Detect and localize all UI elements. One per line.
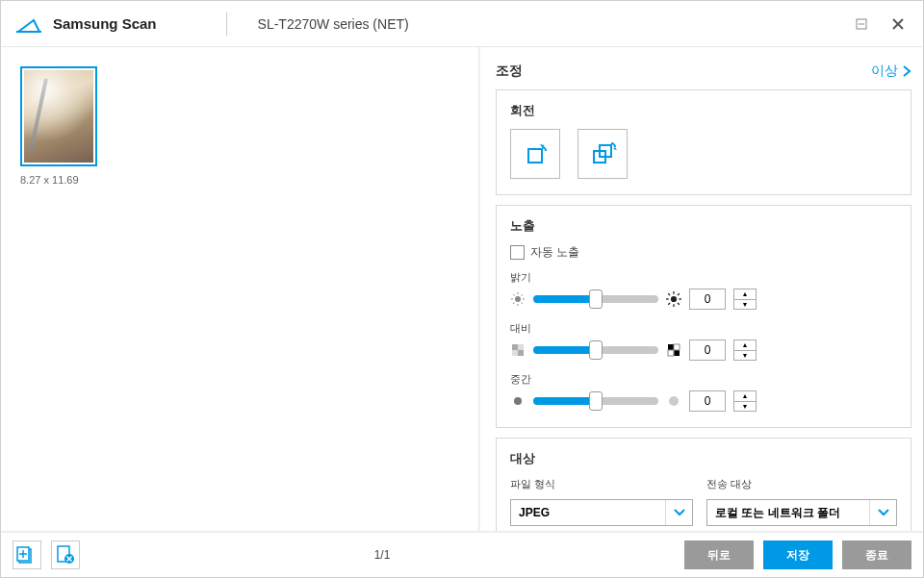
rotation-section: 회전 [496,89,911,195]
app-title: Samsung Scan [53,15,157,32]
panel-title: 조정 [496,63,523,80]
exposure-title: 노출 [510,217,897,235]
midtone-high-icon [666,393,681,409]
scanner-icon [16,14,43,34]
send-target-label: 전송 대상 [706,477,897,491]
auto-exposure-label: 자동 노출 [530,244,579,261]
more-link[interactable]: 이상 [871,63,911,80]
svg-line-22 [668,293,670,295]
device-model: SL-T2270W series (NET) [258,16,409,32]
chevron-down-icon [665,500,692,525]
brightness-high-icon [666,291,681,307]
destination-title: 대상 [510,450,897,467]
chevron-down-icon [869,500,896,525]
adjust-panel: 조정 이상 회전 노출 자동 노출 [480,47,923,531]
midtone-low-icon [510,393,526,409]
svg-line-25 [678,293,680,295]
file-format-dropdown[interactable]: JPEG [510,499,693,526]
brightness-slider[interactable] [533,295,658,303]
preview-pane: 8.27 x 11.69 [1,47,480,531]
exposure-section: 노출 자동 노출 밝기 0 ▲▼ 대비 [496,205,911,428]
page-indicator: 1/1 [90,548,675,562]
brightness-stepper[interactable]: ▲▼ [733,289,757,310]
svg-line-14 [522,303,524,305]
contrast-row: 0 ▲▼ [510,339,897,361]
title-bar: Samsung Scan SL-T2270W series (NET) [1,1,923,47]
svg-rect-30 [668,344,674,350]
file-format-label: 파일 형식 [510,477,693,491]
svg-rect-28 [518,344,524,350]
brightness-value[interactable]: 0 [689,289,726,310]
svg-line-23 [678,303,680,305]
send-target-dropdown[interactable]: 로컬 또는 네트워크 폴더 [706,499,897,526]
footer: 1/1 뒤로 저장 종료 [1,531,923,577]
scan-thumbnail[interactable]: 8.27 x 11.69 [20,66,97,186]
exit-button[interactable]: 종료 [842,540,911,569]
add-page-button[interactable] [13,540,41,569]
svg-rect-31 [674,350,680,356]
divider [226,13,227,36]
brightness-label: 밝기 [510,270,897,285]
svg-point-8 [515,296,521,302]
midtone-stepper[interactable]: ▲▼ [733,390,757,412]
minimize-button[interactable] [852,14,871,34]
chevron-right-icon [902,64,911,78]
brightness-low-icon [510,291,526,307]
brightness-row: 0 ▲▼ [510,289,897,310]
contrast-low-icon [510,342,526,358]
thumbnail-dimensions: 8.27 x 11.69 [20,174,97,186]
rotation-title: 회전 [510,102,897,119]
contrast-value[interactable]: 0 [689,339,726,361]
svg-rect-32 [674,344,680,350]
midtone-label: 중간 [510,372,897,387]
back-button[interactable]: 뒤로 [684,540,754,569]
midtone-slider[interactable] [533,397,658,405]
svg-line-16 [522,294,524,296]
auto-exposure-checkbox[interactable] [510,245,525,260]
midtone-value[interactable]: 0 [689,390,726,412]
destination-section: 대상 파일 형식 JPEG 전송 대상 로컬 또는 네트워크 폴더 [496,438,911,531]
contrast-stepper[interactable]: ▲▼ [733,339,757,361]
contrast-slider[interactable] [533,346,658,354]
svg-rect-33 [668,350,674,356]
svg-rect-27 [518,350,524,356]
close-button[interactable] [888,14,908,34]
svg-point-34 [514,397,522,405]
svg-rect-5 [528,149,542,163]
svg-rect-29 [512,350,518,356]
svg-line-24 [668,303,670,305]
midtone-row: 0 ▲▼ [510,390,897,412]
svg-line-13 [513,294,515,296]
app-logo: Samsung Scan [16,14,157,34]
svg-line-15 [513,303,515,305]
rotate-right-button[interactable] [578,129,628,179]
delete-page-button[interactable] [51,540,80,569]
save-button[interactable]: 저장 [763,540,833,569]
svg-point-17 [671,296,677,302]
rotate-left-button[interactable] [510,129,560,179]
contrast-high-icon [666,342,681,358]
contrast-label: 대비 [510,321,897,336]
svg-point-35 [669,396,679,406]
svg-rect-26 [512,344,518,350]
